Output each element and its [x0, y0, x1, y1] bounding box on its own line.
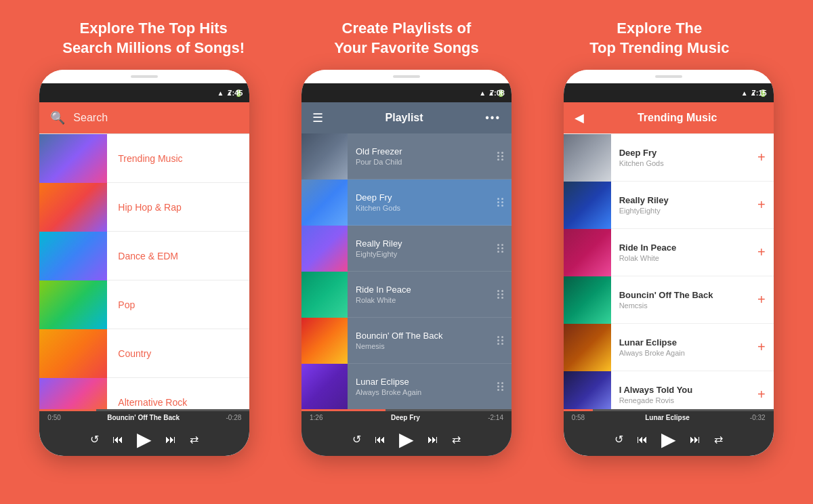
add-button-3[interactable]: +	[757, 245, 766, 260]
player-bar-2: 1:26 Deep Fry -2:14 ↺ ⏮ ▶ ⏭ ⇄	[301, 409, 512, 456]
thumb-altrock	[39, 378, 107, 410]
list-item-country[interactable]: Country	[39, 329, 249, 378]
header-col-3: Explore The Top Trending Music	[533, 19, 786, 58]
shuffle-button-2[interactable]: ⇄	[452, 433, 461, 446]
progress-bar-3[interactable]	[564, 409, 774, 411]
playlist-title-6: Lunar Eclipse	[356, 377, 497, 387]
shuffle-button-3[interactable]: ⇄	[714, 433, 723, 446]
search-bar[interactable]: 🔍 Search	[39, 102, 249, 133]
playlist-thumb-5	[301, 318, 348, 364]
playlist-item-1[interactable]: Old Freezer Pour Da Child	[301, 133, 512, 180]
drag-handle-3	[497, 244, 503, 253]
playlist-thumb-6	[301, 364, 348, 410]
add-button-2[interactable]: +	[757, 197, 766, 213]
play-button-3[interactable]: ▶	[661, 428, 676, 450]
trending-thumb-3	[564, 229, 611, 276]
label-pop: Pop	[107, 299, 135, 310]
player-controls-3: ↺ ⏮ ▶ ⏭ ⇄	[564, 424, 774, 456]
back-icon-3[interactable]: ◀	[575, 110, 584, 125]
add-button-4[interactable]: +	[757, 292, 766, 308]
phones-row: ▲ ▲ 🔋 7:45 🔍 Search	[0, 70, 813, 504]
thumb-hiphop	[39, 183, 107, 232]
trending-title-6: I Always Told You	[619, 385, 757, 395]
phone-2-time: 7:08	[490, 89, 505, 97]
next-button-1[interactable]: ⏭	[165, 434, 176, 446]
playlist-artist-6: Always Broke Again	[356, 388, 497, 396]
trending-thumb-2	[564, 182, 611, 229]
header-line2-2: Your Favorite Songs	[280, 39, 533, 58]
playlist-title-3: Really Riley	[356, 238, 497, 249]
progress-bar-2[interactable]	[301, 409, 512, 411]
playlist-item-4[interactable]: Ride In Peace Rolak White	[301, 272, 512, 318]
playlist-item-6[interactable]: Lunar Eclipse Always Broke Again	[301, 364, 512, 409]
repeat-button-1[interactable]: ↺	[90, 433, 99, 446]
add-button-6[interactable]: +	[757, 387, 766, 402]
prev-button-3[interactable]: ⏮	[637, 434, 648, 446]
playlist-item-5[interactable]: Bouncin' Off The Back Nemesis	[301, 318, 512, 364]
repeat-button-3[interactable]: ↺	[614, 433, 623, 446]
list-item-dance[interactable]: Dance & EDM	[39, 232, 249, 280]
wifi-icon-3: ▲	[741, 89, 748, 97]
playlist-info-3: Really Riley EightyEighty	[348, 238, 497, 258]
player-track-1: Bouncin' Off The Back	[107, 414, 180, 421]
list-item-pop[interactable]: Pop	[39, 280, 249, 329]
phone-1-content: 🔍 Search Trending Music Hip Hop & Rap	[39, 102, 249, 456]
phone-1: ▲ ▲ 🔋 7:45 🔍 Search	[39, 70, 249, 456]
next-button-2[interactable]: ⏭	[428, 434, 438, 446]
more-icon-2[interactable]: •••	[485, 112, 501, 124]
list-item-altrock[interactable]: Alternative Rock	[39, 378, 249, 409]
trending-item-6[interactable]: I Always Told You Renegade Rovis +	[564, 371, 774, 409]
play-button-2[interactable]: ▶	[399, 428, 414, 450]
play-button-1[interactable]: ▶	[137, 428, 152, 450]
phone-2: ▲ ▲ 🔋 7:08 ☰ Playlist •••	[301, 70, 512, 456]
progress-fill-3	[564, 409, 593, 411]
trending-item-2[interactable]: Really Riley EightyEighty +	[564, 182, 774, 229]
trending-info-3: Ride In Peace Rolak White	[611, 243, 757, 262]
playlist-title-1: Old Freezer	[356, 146, 497, 156]
playlist-thumb-1	[301, 133, 348, 180]
playlist-thumb-4	[301, 272, 348, 318]
playlist-item-3[interactable]: Really Riley EightyEighty	[301, 226, 512, 272]
drag-handle-5	[497, 336, 503, 345]
drag-handle-1	[497, 152, 503, 161]
shuffle-button-1[interactable]: ⇄	[190, 433, 199, 446]
playlist-artist-4: Rolak White	[356, 296, 497, 304]
player-info-1: 0:50 Bouncin' Off The Back -0:28	[39, 411, 249, 424]
add-button-5[interactable]: +	[757, 339, 766, 355]
trending-title-2: Really Riley	[619, 195, 757, 205]
thumb-trending	[39, 134, 107, 183]
search-icon: 🔍	[50, 110, 65, 125]
phone-1-time: 7:45	[228, 89, 243, 97]
trending-info-5: Lunar Eclipse Always Broke Again	[611, 337, 757, 357]
wifi-icon-2: ▲	[479, 89, 486, 97]
list-item-trending[interactable]: Trending Music	[39, 134, 249, 183]
player-track-2: Deep Fry	[391, 414, 420, 421]
playlist-info-6: Lunar Eclipse Always Broke Again	[348, 377, 497, 396]
trending-thumb-5	[564, 324, 611, 371]
prev-button-2[interactable]: ⏮	[375, 434, 385, 446]
header-line2-1: Search Millions of Songs!	[27, 39, 280, 58]
next-button-3[interactable]: ⏭	[690, 434, 701, 446]
player-time-left-1: 0:50	[47, 414, 60, 421]
label-country: Country	[107, 348, 151, 359]
progress-bar-1[interactable]	[39, 409, 249, 411]
trending-item-4[interactable]: Bouncin' Off The Back Nemcsis +	[564, 276, 774, 324]
player-time-right-2: -2:14	[488, 414, 503, 421]
player-bar-3: 0:58 Lunar Eclipse -0:32 ↺ ⏮ ▶ ⏭ ⇄	[564, 409, 774, 456]
playlist-artist-2: Kitchen Gods	[356, 204, 497, 212]
repeat-button-2[interactable]: ↺	[352, 433, 361, 446]
trending-item-1[interactable]: Deep Fry Kitchen Gods +	[564, 134, 774, 182]
trending-item-3[interactable]: Ride In Peace Rolak White +	[564, 229, 774, 276]
list-item-hiphop[interactable]: Hip Hop & Rap	[39, 183, 249, 232]
label-altrock: Alternative Rock	[107, 397, 187, 408]
trending-item-5[interactable]: Lunar Eclipse Always Broke Again +	[564, 324, 774, 371]
search-list: Trending Music Hip Hop & Rap Dance & EDM	[39, 134, 249, 409]
add-button-1[interactable]: +	[757, 150, 766, 165]
prev-button-1[interactable]: ⏮	[112, 434, 123, 446]
menu-icon-2[interactable]: ☰	[312, 110, 323, 125]
playlist-item-2[interactable]: Deep Fry Kitchen Gods	[301, 180, 512, 226]
drag-handle-6	[497, 382, 503, 391]
playlist-list: Old Freezer Pour Da Child	[301, 133, 512, 409]
label-trending: Trending Music	[107, 153, 182, 164]
header-line2-3: Top Trending Music	[533, 39, 786, 58]
